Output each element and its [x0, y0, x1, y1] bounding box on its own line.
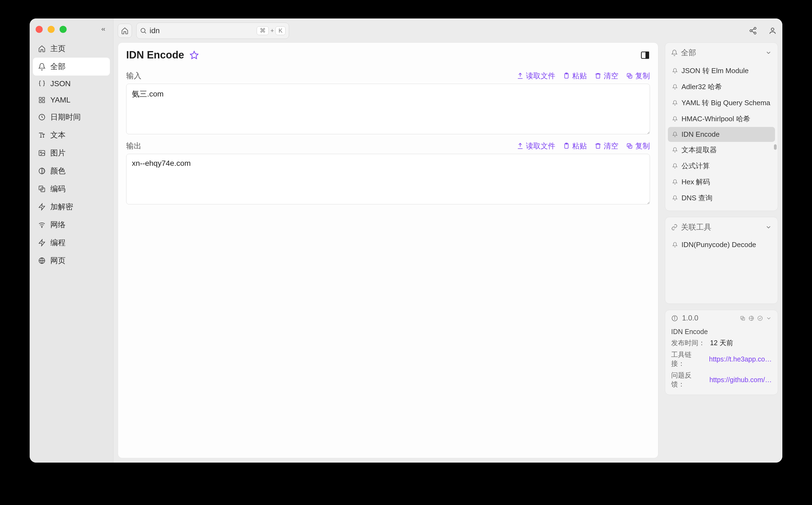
open-web-button[interactable] [749, 315, 754, 321]
search-box[interactable]: ⌘ + K [136, 23, 289, 39]
list-item[interactable]: YAML 转 Big Query Schema [668, 95, 775, 111]
scrollbar-thumb[interactable] [774, 144, 777, 150]
related-tools-list[interactable]: IDN(Punycode) Decode [665, 237, 778, 255]
sidebar-item-color[interactable]: 颜色 [33, 162, 110, 180]
maximize-window-button[interactable] [59, 26, 66, 33]
collapse-panel-button[interactable] [765, 49, 772, 56]
collapse-info-button[interactable] [766, 315, 772, 321]
list-item-label: JSON 转 Elm Module [681, 66, 749, 75]
panel-tool-info: 1.0.0 IDN Encode [665, 310, 778, 395]
svg-rect-5 [39, 151, 45, 156]
home-icon [38, 44, 46, 53]
output-read-file-button[interactable]: 读取文件 [517, 141, 555, 151]
output-clear-button[interactable]: 清空 [594, 141, 619, 151]
bell-icon [672, 100, 678, 106]
sidebar-item-web[interactable]: 网页 [33, 252, 110, 270]
layers-icon [38, 185, 46, 193]
color-icon [38, 167, 46, 175]
globe-icon [749, 315, 754, 321]
svg-marker-22 [190, 51, 198, 58]
tool-link[interactable]: https://t.he3app.co… [707, 355, 772, 363]
copy-icon [626, 142, 633, 150]
input-read-file-button[interactable]: 读取文件 [517, 71, 555, 81]
output-textarea[interactable] [126, 154, 650, 204]
output-paste-button[interactable]: 粘贴 [563, 141, 587, 151]
input-paste-button[interactable]: 粘贴 [563, 71, 587, 81]
list-item[interactable]: DNS 查询 [668, 190, 775, 206]
info-link-key: 工具链接： [671, 350, 702, 368]
list-item[interactable]: 文本提取器 [668, 142, 775, 158]
close-window-button[interactable] [36, 26, 43, 33]
link-icon [671, 224, 678, 230]
sidebar-item-datetime[interactable]: 日期时间 [33, 108, 110, 126]
search-icon [140, 27, 147, 34]
sidebar-item-image[interactable]: 图片 [33, 144, 110, 162]
sidebar-item-code[interactable]: 编程 [33, 234, 110, 252]
tool-header: IDN Encode [118, 43, 658, 67]
image-icon [38, 149, 46, 157]
svg-marker-10 [39, 204, 45, 210]
sidebar-item-text[interactable]: 文本 [33, 126, 110, 144]
bell-icon [38, 62, 46, 71]
svg-rect-32 [596, 144, 600, 148]
sidebar-item-crypto[interactable]: 加解密 [33, 198, 110, 216]
sidebar-item-json[interactable]: JSON [33, 75, 110, 92]
topbar: ⌘ + K [118, 22, 778, 39]
search-input[interactable] [150, 26, 254, 35]
content-row: IDN Encode 输入 [118, 42, 778, 458]
grid-icon [38, 96, 46, 104]
svg-point-18 [754, 32, 756, 34]
svg-point-21 [771, 28, 774, 31]
info-published-key: 发布时间： [671, 338, 705, 347]
list-item[interactable]: Hex 解码 [668, 174, 775, 190]
sidebar-item-home[interactable]: 主页 [33, 40, 110, 58]
star-icon [189, 50, 199, 60]
list-item[interactable]: 公式计算 [668, 158, 775, 174]
all-tools-list[interactable]: JSON 转 Elm ModuleAdler32 哈希YAML 转 Big Qu… [665, 63, 778, 209]
home-button[interactable] [118, 24, 132, 38]
list-item[interactable]: IDN Encode [668, 127, 775, 142]
list-item[interactable]: JSON 转 Elm Module [668, 63, 775, 79]
input-copy-button[interactable]: 复制 [626, 71, 650, 81]
sidebar-item-encoding[interactable]: 编码 [33, 180, 110, 198]
sidebar-item-network[interactable]: 网络 [33, 216, 110, 234]
wifi-icon [38, 221, 46, 229]
list-item[interactable]: Adler32 哈希 [668, 79, 775, 95]
input-clear-button[interactable]: 清空 [594, 71, 619, 81]
list-item[interactable]: HMAC-Whirlpool 哈希 [668, 111, 775, 127]
output-block: 输出 读取文件 粘贴 清空 复制 [126, 141, 650, 204]
sidebar-item-all[interactable]: 全部 [33, 58, 110, 75]
sidebar-item-label: 加解密 [50, 202, 73, 212]
svg-rect-0 [39, 97, 41, 100]
json-icon [38, 79, 46, 88]
check-button[interactable] [757, 315, 763, 321]
input-textarea[interactable] [126, 84, 650, 134]
sidebar-item-yaml[interactable]: YAML [33, 92, 110, 108]
bell-icon [672, 116, 678, 122]
tool-version: 1.0.0 [682, 314, 698, 322]
list-item-label: YAML 转 Big Query Schema [681, 98, 770, 108]
output-copy-button[interactable]: 复制 [626, 141, 650, 151]
copy-icon [740, 315, 746, 321]
collapse-panel-button[interactable] [765, 224, 772, 230]
sidebar: 主页 全部 JSON YAML 日期时间 文本 [30, 18, 113, 463]
kbd-k: K [275, 26, 285, 35]
clipboard-icon [563, 72, 570, 79]
favorite-button[interactable] [189, 50, 199, 60]
minimize-window-button[interactable] [47, 26, 55, 33]
list-item[interactable]: IDN(Punycode) Decode [668, 237, 775, 252]
toggle-right-panel-button[interactable] [640, 50, 650, 60]
svg-line-15 [145, 32, 146, 33]
issue-link[interactable]: https://github.com/… [708, 376, 772, 384]
collapse-sidebar-button[interactable] [100, 25, 107, 33]
share-button[interactable] [748, 25, 759, 36]
tool-title: IDN Encode [126, 49, 184, 61]
chevron-down-icon [765, 49, 772, 56]
list-item-label: Hex 解码 [681, 177, 710, 187]
globe-icon [38, 257, 46, 265]
account-button[interactable] [767, 25, 778, 36]
list-item-label: 文本提取器 [681, 145, 717, 155]
info-published-value: 12 天前 [710, 338, 733, 347]
svg-point-14 [141, 28, 145, 32]
copy-info-button[interactable] [740, 315, 746, 321]
